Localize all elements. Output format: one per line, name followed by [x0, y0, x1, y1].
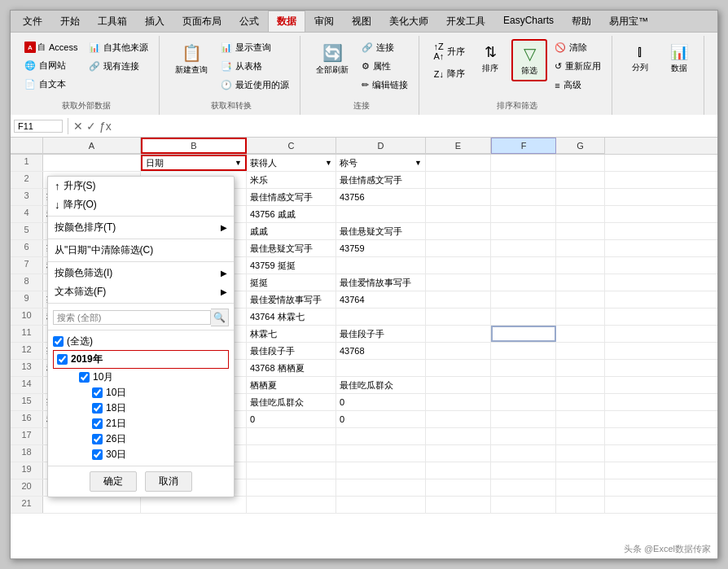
- btn-existing-connections[interactable]: 🔗 现有连接: [85, 58, 152, 75]
- filter-dropdown-arrow-c[interactable]: ▼: [325, 159, 332, 167]
- checkbox-day-30[interactable]: [92, 449, 103, 460]
- menu-clear-filter[interactable]: 从"日期"中清除筛选(C): [48, 241, 234, 260]
- btn-reapply[interactable]: ↺ 重新应用: [550, 58, 605, 75]
- tab-file[interactable]: 文件: [14, 11, 51, 32]
- ribbon-content: A 自 Access 🌐 自网站 📄 自文本: [11, 33, 717, 115]
- ribbon-tabs: 文件 开始 工具箱 插入 页面布局 公式 数据 审阅 视图 美化大师 开发工具 …: [11, 11, 717, 33]
- watermark: 头条 @Excel数据传家: [624, 543, 711, 555]
- btn-edit-links[interactable]: ✏ 编辑链接: [357, 77, 412, 94]
- group-label-connections: 连接: [353, 97, 370, 112]
- btn-filter[interactable]: ▽ 筛选: [511, 39, 547, 81]
- btn-clear[interactable]: 🚫 清除: [550, 39, 605, 56]
- checkbox-2019[interactable]: [57, 354, 68, 365]
- filter-dropdown-arrow-b[interactable]: ▼: [235, 159, 242, 167]
- tab-beautify[interactable]: 美化大师: [380, 11, 437, 32]
- col-header-g[interactable]: G: [556, 138, 605, 154]
- clear-icon: 🚫: [555, 42, 566, 53]
- tab-home[interactable]: 开始: [51, 11, 89, 32]
- btn-from-table[interactable]: 📑 从表格: [217, 58, 293, 75]
- btn-split[interactable]: ⫿ 分列: [622, 39, 658, 77]
- btn-recent[interactable]: 🕐 最近使用的源: [217, 77, 293, 94]
- checkbox-day-21[interactable]: [92, 418, 103, 429]
- formula-bar: ✕ ✓ ƒx: [11, 115, 717, 138]
- btn-ok[interactable]: 确定: [90, 471, 137, 492]
- btn-sort-az[interactable]: ↑ZA↑ 升序: [429, 39, 469, 63]
- tree-item-day-18[interactable]: 18日: [53, 400, 229, 416]
- col-header-b[interactable]: B: [141, 138, 247, 154]
- btn-show-query[interactable]: 📊 显示查询: [217, 39, 293, 56]
- checkbox-month-10[interactable]: [79, 372, 90, 383]
- tree-item-day-26[interactable]: 26日: [53, 431, 229, 447]
- group-get-external: A 自 Access 🌐 自网站 📄 自文本: [14, 36, 160, 115]
- group-label-transform: 获取和转换: [211, 97, 252, 112]
- checkbox-day-18[interactable]: [92, 403, 103, 414]
- btn-other-sources[interactable]: 📊 自其他来源: [85, 39, 152, 56]
- menu-sort-desc[interactable]: ↓ 降序(O): [48, 195, 234, 214]
- confirm-formula-icon[interactable]: ✓: [86, 120, 96, 133]
- checkbox-day-26[interactable]: [92, 434, 103, 444]
- excel-window: 文件 开始 工具箱 插入 页面布局 公式 数据 审阅 视图 美化大师 开发工具 …: [10, 10, 718, 559]
- checkbox-day-10[interactable]: [92, 387, 103, 398]
- tab-insert[interactable]: 插入: [136, 11, 173, 32]
- cell-g1[interactable]: [556, 155, 605, 171]
- cell-f1[interactable]: [491, 155, 556, 171]
- tree-item-day-30[interactable]: 30日: [53, 447, 229, 462]
- group-data-tools: ⫿ 分列 📊 数据: [616, 36, 704, 115]
- cell-c1[interactable]: 获得人 ▼: [247, 155, 336, 171]
- tab-review[interactable]: 审阅: [305, 11, 343, 32]
- separator: [48, 261, 234, 262]
- cell-d1[interactable]: 称号 ▼: [336, 155, 426, 171]
- tree-item-all[interactable]: (全选): [53, 334, 229, 349]
- tree-item-day-21[interactable]: 21日: [53, 416, 229, 431]
- btn-advanced[interactable]: ≡ 高级: [550, 77, 605, 94]
- col-header-d[interactable]: D: [336, 138, 426, 154]
- btn-refresh-all[interactable]: 🔄 全部刷新: [310, 39, 354, 80]
- btn-web[interactable]: 🌐 自网站: [20, 57, 81, 74]
- tab-developer[interactable]: 开发工具: [437, 11, 494, 32]
- insert-function-icon[interactable]: ƒx: [99, 120, 112, 133]
- cell-a1[interactable]: [43, 155, 141, 171]
- btn-access[interactable]: A 自 Access: [20, 39, 81, 55]
- tree-item-month-10[interactable]: 10月: [53, 370, 229, 385]
- tab-formula[interactable]: 公式: [230, 11, 268, 32]
- advanced-icon: ≡: [555, 81, 559, 90]
- tab-view[interactable]: 视图: [343, 11, 380, 32]
- tab-help[interactable]: 帮助: [563, 11, 600, 32]
- col-header-f[interactable]: F: [491, 138, 556, 154]
- btn-sort[interactable]: ⇅ 排序: [472, 39, 508, 78]
- btn-sort-za[interactable]: Z↓ 降序: [430, 65, 469, 82]
- tab-easycharts[interactable]: EasyCharts: [494, 11, 563, 32]
- menu-color-filter[interactable]: 按颜色筛选(I) ▶: [48, 264, 234, 282]
- btn-properties[interactable]: ⚙ 属性: [357, 58, 412, 75]
- formula-input[interactable]: [115, 120, 714, 132]
- cell-e1[interactable]: [426, 155, 491, 171]
- btn-connections[interactable]: 🔗 连接: [357, 39, 412, 56]
- cancel-formula-icon[interactable]: ✕: [73, 120, 83, 133]
- btn-data[interactable]: 📊 数据: [661, 39, 697, 78]
- selected-cell-f11[interactable]: [491, 326, 556, 342]
- filter-tree: (全选) 2019年 10月 10日: [48, 330, 234, 466]
- reapply-icon: ↺: [555, 61, 562, 72]
- filter-dropdown-arrow-d[interactable]: ▼: [414, 159, 422, 167]
- col-header-c[interactable]: C: [247, 138, 336, 154]
- checkbox-all[interactable]: [53, 336, 64, 347]
- tab-layout[interactable]: 页面布局: [173, 11, 230, 32]
- btn-new-query[interactable]: 📋 新建查询: [169, 39, 213, 80]
- menu-text-filter[interactable]: 文本筛选(F) ▶: [48, 282, 234, 301]
- cell-b1[interactable]: 日期 ▼: [141, 155, 247, 171]
- table-row: 21: [11, 497, 717, 514]
- filter-search-input[interactable]: [53, 310, 211, 325]
- tab-tools[interactable]: 工具箱: [89, 11, 136, 32]
- btn-text[interactable]: 📄 自文本: [20, 76, 81, 93]
- cell-reference[interactable]: [14, 120, 63, 133]
- menu-sort-color[interactable]: 按颜色排序(T) ▶: [48, 218, 234, 237]
- tab-yiyong[interactable]: 易用宝™: [600, 11, 657, 32]
- tab-data[interactable]: 数据: [268, 11, 305, 32]
- tree-item-day-10[interactable]: 10日: [53, 385, 229, 400]
- menu-sort-asc[interactable]: ↑ 升序(S): [48, 177, 234, 195]
- col-header-e[interactable]: E: [426, 138, 491, 154]
- btn-cancel[interactable]: 取消: [145, 471, 192, 492]
- col-header-a[interactable]: A: [43, 138, 141, 154]
- search-button[interactable]: 🔍: [211, 309, 229, 326]
- tree-item-2019[interactable]: 2019年: [53, 350, 229, 369]
